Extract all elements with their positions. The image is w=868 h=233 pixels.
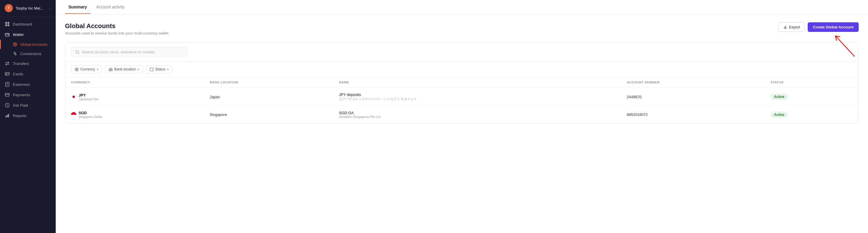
- header-actions: Export Create Global Account: [778, 22, 859, 32]
- bank-location-filter[interactable]: Bank location ▾: [105, 65, 143, 73]
- cell-currency-sgd: SGD Singapore Dollar: [65, 106, 204, 124]
- svg-rect-23: [110, 70, 110, 70]
- svg-point-28: [72, 96, 75, 98]
- svg-rect-18: [7, 115, 8, 118]
- cell-bank-location-sgd: Singapore: [204, 106, 333, 124]
- search-input-wrap[interactable]: [71, 47, 187, 57]
- org-header[interactable]: T Torphy Inc Melbo... ⌄: [0, 0, 56, 16]
- sidebar-item-conversions-label: Conversions: [20, 52, 41, 56]
- sidebar-item-expenses[interactable]: Expenses: [0, 79, 56, 90]
- sidebar-item-get-paid-label: Get Paid: [13, 103, 28, 107]
- svg-rect-26: [150, 68, 153, 71]
- filters-row: Currency ▾ Bank location ▾: [65, 62, 859, 77]
- table-row[interactable]: SGD Singapore Dollar Singapore SGD GA Ai…: [65, 106, 859, 124]
- page-subtitle: Accounts used to receive funds into your…: [65, 31, 169, 35]
- bank-icon: [109, 68, 113, 71]
- payment-icon: [5, 92, 10, 97]
- org-name: Torphy Inc Melbo...: [16, 6, 46, 10]
- transfer-icon: [5, 61, 10, 66]
- tab-account-activity[interactable]: Account activity: [93, 0, 128, 14]
- cell-status-jpy: Active: [765, 88, 859, 106]
- chevron-down-icon: ▾: [167, 68, 168, 71]
- col-name: NAME: [333, 77, 621, 88]
- search-icon: [75, 50, 80, 54]
- col-account-number: ACCOUNT NUMBER: [621, 77, 765, 88]
- sidebar-item-transfers-label: Transfers: [13, 61, 29, 66]
- chevron-down-icon: ▾: [97, 68, 98, 71]
- sidebar-item-payments[interactable]: Payments: [0, 90, 56, 100]
- sidebar-item-reports[interactable]: Reports: [0, 110, 56, 121]
- svg-rect-4: [5, 33, 9, 36]
- sidebar-item-dashboard-label: Dashboard: [13, 22, 32, 26]
- status-filter[interactable]: Status ▾: [146, 65, 172, 73]
- global-accounts-icon: [13, 42, 18, 47]
- cell-bank-location-jpy: Japan: [204, 88, 333, 106]
- table-header-row: CURRENCY BANK LOCATION NAME ACCOUNT NUMB…: [65, 77, 859, 88]
- chart-icon: [5, 113, 10, 118]
- svg-rect-25: [111, 70, 112, 70]
- sidebar-item-global-accounts[interactable]: Global Accounts: [0, 40, 56, 49]
- svg-rect-9: [6, 74, 7, 75]
- cell-name-jpy: JPY deposits エアーウォレックスジャパン・シンカブ シキカイシャ: [333, 88, 621, 106]
- sidebar-item-global-accounts-label: Global Accounts: [20, 42, 48, 47]
- accounts-table-card: Currency ▾ Bank location ▾: [65, 42, 859, 124]
- cell-account-number-sgd: 8852016072: [621, 106, 765, 124]
- page-title-section: Global Accounts Accounts used to receive…: [65, 22, 169, 35]
- download-icon: [783, 25, 787, 29]
- svg-rect-24: [110, 70, 111, 70]
- sidebar-item-conversions[interactable]: Conversions: [0, 49, 56, 58]
- cell-name-sgd: SGD GA Airwallex (Singapore) Pte Ltd: [333, 106, 621, 124]
- sidebar-item-payments-label: Payments: [13, 93, 30, 97]
- col-status: STATUS: [765, 77, 859, 88]
- sidebar: T Torphy Inc Melbo... ⌄ Dashboard: [0, 0, 56, 233]
- sidebar-item-reports-label: Reports: [13, 113, 26, 118]
- org-avatar: T: [5, 4, 13, 12]
- tabs-bar: Summary Account activity: [56, 0, 868, 14]
- cell-account-number-jpy: 2449670: [621, 88, 765, 106]
- accounts-table: CURRENCY BANK LOCATION NAME ACCOUNT NUMB…: [65, 77, 859, 123]
- page-header: Global Accounts Accounts used to receive…: [65, 22, 859, 35]
- sidebar-item-cards[interactable]: Cards: [0, 69, 56, 79]
- content-area: Global Accounts Accounts used to receive…: [56, 14, 868, 233]
- sidebar-nav: Dashboard Wallet Global Accounts: [0, 16, 56, 233]
- chevron-down-icon: ⌄: [49, 7, 51, 10]
- svg-rect-17: [5, 115, 6, 118]
- svg-rect-14: [5, 93, 9, 96]
- flag-sg: [71, 112, 76, 118]
- table-header: CURRENCY BANK LOCATION NAME ACCOUNT NUMB…: [65, 77, 859, 88]
- search-input[interactable]: [82, 50, 169, 54]
- chevron-down-icon: ▾: [138, 68, 139, 71]
- svg-rect-3: [7, 24, 9, 26]
- table-row[interactable]: JPY Japanese Yen Japan JPY deposits エアーウ…: [65, 88, 859, 106]
- col-bank-location: BANK LOCATION: [204, 77, 333, 88]
- tab-summary[interactable]: Summary: [65, 0, 91, 14]
- wallet-icon: [5, 32, 10, 37]
- getpaid-icon: [5, 103, 10, 108]
- svg-rect-7: [5, 72, 9, 75]
- create-global-account-button[interactable]: Create Global Account: [808, 22, 859, 32]
- status-badge: Active: [771, 94, 788, 100]
- search-bar: [65, 43, 859, 62]
- card-icon: [5, 71, 10, 76]
- sidebar-item-wallet[interactable]: Wallet: [0, 29, 56, 40]
- export-button[interactable]: Export: [778, 22, 805, 32]
- conversions-icon: [13, 51, 18, 56]
- svg-rect-1: [7, 22, 9, 24]
- sidebar-item-transfers[interactable]: Transfers: [0, 58, 56, 69]
- svg-rect-0: [5, 22, 7, 24]
- sidebar-item-cards-label: Cards: [13, 72, 23, 76]
- currency-filter[interactable]: Currency ▾: [71, 65, 102, 73]
- grid-icon: [5, 22, 10, 27]
- sidebar-item-get-paid[interactable]: Get Paid: [0, 100, 56, 110]
- sidebar-item-wallet-label: Wallet: [13, 32, 24, 37]
- svg-rect-30: [71, 115, 76, 118]
- cell-status-sgd: Active: [765, 106, 859, 124]
- sidebar-item-expenses-label: Expenses: [13, 82, 30, 87]
- col-currency: CURRENCY: [65, 77, 204, 88]
- svg-rect-2: [5, 24, 7, 26]
- svg-rect-19: [8, 114, 9, 118]
- table-body: JPY Japanese Yen Japan JPY deposits エアーウ…: [65, 88, 859, 124]
- cell-currency-jpy: JPY Japanese Yen: [65, 88, 204, 106]
- sidebar-item-dashboard[interactable]: Dashboard: [0, 19, 56, 29]
- flag-jp: [71, 94, 76, 99]
